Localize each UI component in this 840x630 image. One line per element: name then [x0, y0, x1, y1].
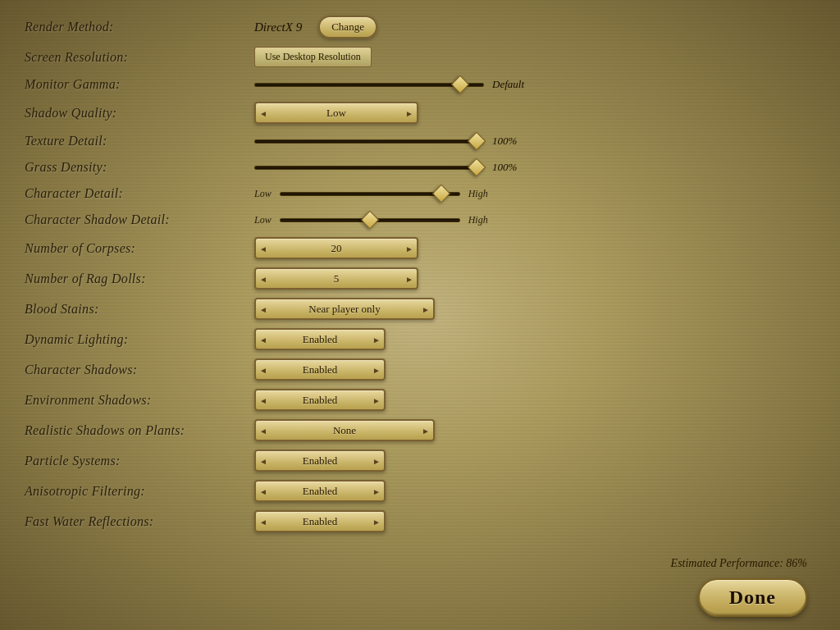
monitor-gamma-thumb[interactable] — [451, 75, 470, 94]
character-detail-low-label: Low — [254, 188, 272, 200]
num-corpses-label: Number of Corpses: — [25, 233, 254, 263]
fast-water-select[interactable]: Enabled Disabled — [254, 510, 386, 532]
fast-water-label: Fast Water Reflections: — [25, 506, 254, 536]
particle-systems-control: Enabled Disabled — [254, 445, 807, 476]
blood-stains-label: Blood Stains: — [25, 294, 254, 324]
texture-detail-control: 100% — [254, 128, 807, 154]
num-rag-dolls-control: 0 5 10 20 — [254, 263, 807, 294]
char-shadow-high-label: High — [468, 214, 488, 226]
num-rag-dolls-wrapper: 0 5 10 20 — [254, 267, 418, 290]
shadow-quality-control: Low Medium High Ultra — [254, 98, 807, 128]
fast-water-control: Enabled Disabled — [254, 506, 807, 536]
environment-shadows-label: Environment Shadows: — [25, 385, 254, 415]
realistic-shadows-wrapper: None Near player only All — [254, 419, 435, 441]
grass-density-thumb[interactable] — [468, 158, 486, 177]
blood-stains-wrapper: None Near player only All — [254, 298, 435, 320]
anisotropic-filtering-control: Enabled Disabled — [254, 476, 807, 506]
change-button[interactable]: Change — [318, 16, 377, 39]
monitor-gamma-value: Default — [492, 78, 524, 91]
particle-systems-label: Particle Systems: — [25, 445, 254, 476]
environment-shadows-wrapper: Enabled Disabled — [254, 389, 386, 411]
monitor-gamma-track — [254, 83, 484, 87]
grass-density-track — [254, 166, 484, 170]
screen-resolution-control: Use Desktop Resolution — [254, 43, 807, 71]
grass-density-value: 100% — [492, 161, 521, 174]
character-detail-track — [280, 192, 460, 196]
character-detail-label: Character Detail: — [25, 180, 254, 207]
blood-stains-select[interactable]: None Near player only All — [254, 298, 435, 320]
num-corpses-select[interactable]: 0 5 10 20 50 — [254, 237, 418, 259]
shadow-quality-wrapper: Low Medium High Ultra — [254, 102, 418, 124]
anisotropic-filtering-label: Anisotropic Filtering: — [25, 476, 254, 506]
dynamic-lighting-control: Enabled Disabled — [254, 324, 807, 354]
monitor-gamma-control: Default — [254, 71, 807, 98]
num-rag-dolls-label: Number of Rag Dolls: — [25, 263, 254, 294]
texture-detail-track — [254, 139, 484, 144]
texture-detail-label: Texture Detail: — [25, 128, 254, 154]
particle-systems-wrapper: Enabled Disabled — [254, 450, 386, 472]
grass-density-label: Grass Density: — [25, 154, 254, 180]
character-detail-thumb[interactable] — [432, 185, 451, 203]
settings-grid: Render Method: DirectX 9 Change Screen R… — [25, 11, 807, 536]
render-method-control: DirectX 9 Change — [254, 11, 807, 43]
character-shadows-select[interactable]: Enabled Disabled — [254, 358, 386, 381]
dynamic-lighting-select[interactable]: Enabled Disabled — [254, 328, 386, 350]
character-shadows-control: Enabled Disabled — [254, 354, 807, 385]
num-rag-dolls-select[interactable]: 0 5 10 20 — [254, 267, 418, 290]
texture-detail-value: 100% — [492, 135, 521, 148]
realistic-shadows-label: Realistic Shadows on Plants: — [25, 415, 254, 445]
character-shadow-detail-track — [280, 218, 460, 222]
use-desktop-resolution-button[interactable]: Use Desktop Resolution — [254, 47, 372, 67]
monitor-gamma-label: Monitor Gamma: — [25, 71, 254, 98]
screen-resolution-label: Screen Resolution: — [25, 43, 254, 71]
render-method-label: Render Method: — [25, 11, 254, 43]
particle-systems-select[interactable]: Enabled Disabled — [254, 450, 386, 472]
environment-shadows-select[interactable]: Enabled Disabled — [254, 389, 386, 411]
realistic-shadows-control: None Near player only All — [254, 415, 807, 445]
character-shadow-detail-label: Character Shadow Detail: — [25, 207, 254, 233]
character-shadows-label: Character Shadows: — [25, 354, 254, 385]
anisotropic-filtering-wrapper: Enabled Disabled — [254, 480, 386, 502]
anisotropic-filtering-select[interactable]: Enabled Disabled — [254, 480, 386, 502]
char-shadow-low-label: Low — [254, 214, 272, 226]
realistic-shadows-select[interactable]: None Near player only All — [254, 419, 435, 441]
character-detail-control: Low High — [254, 180, 807, 207]
dynamic-lighting-wrapper: Enabled Disabled — [254, 328, 386, 350]
shadow-quality-label: Shadow Quality: — [25, 98, 254, 128]
num-corpses-wrapper: 0 5 10 20 50 — [254, 237, 418, 259]
num-corpses-control: 0 5 10 20 50 — [254, 233, 807, 263]
texture-detail-thumb[interactable] — [468, 132, 486, 151]
environment-shadows-control: Enabled Disabled — [254, 385, 807, 415]
character-shadow-detail-control: Low High — [254, 207, 807, 233]
grass-density-control: 100% — [254, 154, 807, 180]
character-detail-high-label: High — [468, 188, 488, 200]
fast-water-wrapper: Enabled Disabled — [254, 510, 386, 532]
dynamic-lighting-label: Dynamic Lighting: — [25, 324, 254, 354]
blood-stains-control: None Near player only All — [254, 294, 807, 324]
shadow-quality-select[interactable]: Low Medium High Ultra — [254, 102, 418, 124]
done-button[interactable]: Done — [698, 578, 807, 617]
performance-label: Estimated Performance: 86% — [671, 557, 807, 570]
character-shadows-wrapper: Enabled Disabled — [254, 358, 386, 381]
character-shadow-detail-thumb[interactable] — [360, 211, 379, 230]
render-method-value: DirectX 9 — [254, 21, 302, 34]
